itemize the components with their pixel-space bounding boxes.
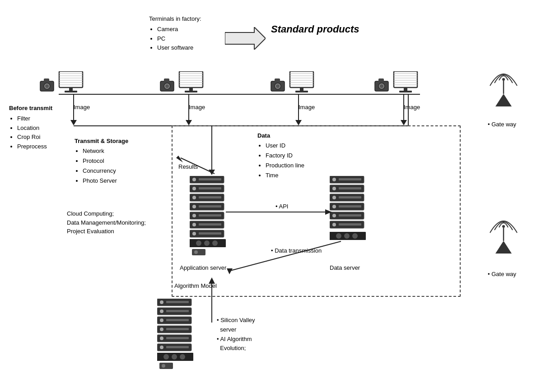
silicon-valley-label: • Silicon Valley server • AI Algorithm E… [217, 316, 255, 353]
monitor-icon-3 [289, 71, 315, 94]
svg-point-143 [162, 364, 165, 368]
svg-point-66 [192, 178, 196, 181]
svg-rect-76 [199, 205, 221, 208]
app-server-stack [190, 176, 226, 258]
camera-icon-2 [158, 77, 177, 94]
standard-products-text: Standard products [271, 23, 359, 35]
svg-point-78 [192, 214, 196, 217]
svg-rect-103 [339, 205, 361, 208]
svg-marker-117 [227, 268, 233, 274]
arrow-algo-to-app [209, 277, 215, 323]
diagram-container: Terminals in factory: Camera PC User sof… [0, 0, 560, 392]
svg-point-144 [502, 78, 505, 81]
svg-point-130 [160, 327, 163, 331]
svg-rect-100 [339, 196, 361, 198]
svg-marker-115 [325, 209, 332, 215]
svg-rect-41 [378, 78, 384, 82]
svg-rect-13 [65, 91, 77, 92]
svg-rect-38 [300, 88, 303, 91]
app-server-label: Application server [180, 264, 226, 271]
terminals-label: Terminals in factory: Camera PC User sof… [149, 14, 201, 53]
svg-marker-60 [401, 120, 407, 125]
svg-point-43 [380, 84, 383, 88]
algo-server-stack [157, 299, 193, 372]
monitor-icon-4 [393, 71, 419, 94]
cloud-computing-label: Cloud Computing; Data Management/Monitor… [67, 209, 146, 236]
svg-rect-137 [166, 346, 189, 348]
before-transmit-label: Before transmit Filter Location Crop Roi… [9, 104, 52, 152]
svg-marker-54 [70, 120, 77, 125]
camera-icon-3 [268, 77, 287, 94]
svg-point-112 [344, 233, 350, 239]
svg-rect-106 [339, 214, 361, 217]
terminal-connector-line [59, 94, 420, 95]
svg-point-72 [192, 196, 196, 199]
svg-point-108 [332, 223, 336, 226]
transmit-storage-label: Transmit & Storage Network Protocol Conc… [75, 136, 128, 186]
svg-rect-142 [159, 363, 173, 369]
svg-rect-26 [185, 91, 197, 92]
image-label-3: Image [299, 104, 315, 111]
svg-marker-64 [176, 156, 183, 162]
svg-rect-52 [399, 91, 412, 92]
svg-rect-82 [199, 223, 221, 226]
svg-rect-15 [164, 78, 169, 82]
svg-rect-67 [199, 178, 221, 180]
svg-point-102 [332, 205, 336, 208]
image-label-4: Image [404, 104, 420, 111]
data-transmission-label: • Data transmission [271, 247, 322, 254]
svg-rect-12 [69, 88, 73, 91]
svg-line-116 [230, 241, 341, 271]
camera-icon-1 [37, 77, 56, 94]
svg-point-147 [502, 225, 505, 228]
svg-point-88 [204, 240, 210, 246]
data-list-label: Data User ID Factory ID Production line … [257, 131, 304, 180]
gateway-2-label: • Gate way [488, 271, 516, 277]
arrow-to-standard [225, 27, 266, 50]
svg-rect-39 [295, 91, 308, 92]
svg-point-124 [160, 309, 163, 313]
svg-rect-2 [44, 78, 49, 82]
svg-point-89 [212, 240, 218, 246]
svg-rect-97 [339, 187, 361, 189]
svg-rect-70 [199, 187, 221, 189]
data-transmission-arrow [226, 239, 343, 275]
svg-point-105 [332, 214, 336, 217]
svg-point-84 [192, 232, 196, 235]
svg-point-141 [180, 354, 185, 360]
svg-rect-125 [166, 310, 189, 312]
terminal-station-2 [158, 71, 205, 94]
terminal-station-4 [372, 71, 419, 94]
svg-marker-0 [225, 27, 266, 50]
svg-point-113 [352, 233, 358, 239]
monitor-icon-1 [58, 71, 84, 94]
svg-point-69 [192, 187, 196, 190]
gateway-1-tower [488, 62, 519, 109]
gateway-1-label: • Gate way [488, 121, 516, 128]
svg-rect-28 [275, 78, 280, 82]
gateway-2-tower [488, 209, 519, 256]
svg-rect-131 [166, 328, 189, 330]
svg-point-99 [332, 196, 336, 199]
svg-rect-134 [166, 337, 189, 339]
svg-marker-58 [295, 120, 302, 125]
svg-point-91 [194, 250, 198, 254]
svg-rect-109 [339, 223, 361, 226]
svg-rect-90 [192, 249, 205, 255]
svg-marker-118 [209, 277, 215, 284]
svg-point-81 [192, 223, 196, 226]
svg-rect-51 [404, 88, 407, 91]
results-label: Results [178, 163, 198, 170]
svg-rect-94 [339, 178, 361, 180]
svg-rect-128 [166, 319, 189, 321]
svg-point-133 [160, 337, 163, 340]
image-label-1: Image [74, 104, 90, 111]
svg-marker-149 [495, 241, 512, 254]
api-label: • API [275, 203, 288, 210]
svg-rect-25 [189, 88, 193, 91]
right-border-line [408, 94, 409, 125]
svg-rect-73 [199, 196, 221, 198]
svg-point-140 [172, 354, 177, 360]
svg-point-17 [165, 84, 169, 88]
svg-marker-146 [495, 94, 512, 106]
